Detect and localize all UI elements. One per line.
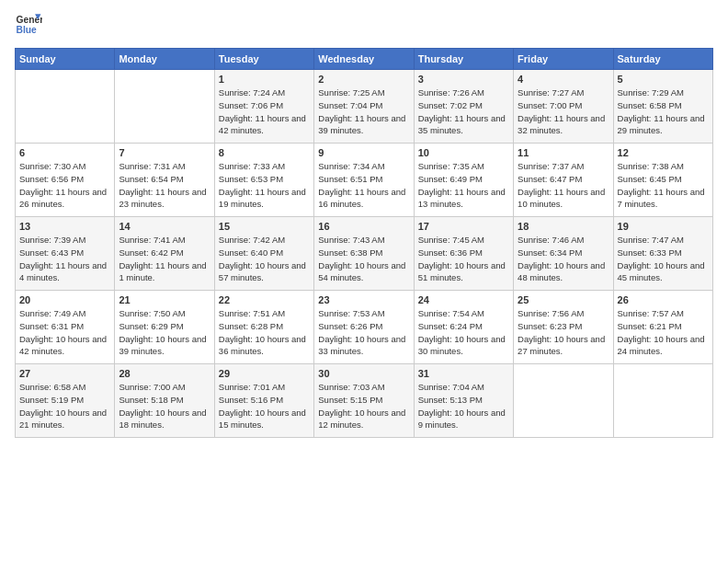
day-number: 25	[518, 294, 609, 305]
calendar-cell	[613, 364, 712, 438]
day-header: Friday	[514, 49, 613, 70]
calendar-cell: 26Sunrise: 7:57 AM Sunset: 6:21 PM Dayli…	[613, 291, 712, 364]
logo: General Blue	[15, 11, 42, 39]
day-number: 19	[618, 221, 709, 232]
calendar-cell: 31Sunrise: 7:04 AM Sunset: 5:13 PM Dayli…	[414, 364, 513, 438]
calendar-cell: 18Sunrise: 7:46 AM Sunset: 6:34 PM Dayli…	[514, 217, 613, 291]
day-number: 28	[119, 368, 210, 379]
day-number: 4	[518, 74, 609, 85]
calendar-cell: 2Sunrise: 7:25 AM Sunset: 7:04 PM Daylig…	[314, 70, 414, 144]
day-info: Sunrise: 7:27 AM Sunset: 7:00 PM Dayligh…	[518, 86, 609, 137]
day-header: Thursday	[414, 49, 513, 70]
day-info: Sunrise: 7:04 AM Sunset: 5:13 PM Dayligh…	[418, 381, 509, 431]
day-info: Sunrise: 7:50 AM Sunset: 6:29 PM Dayligh…	[119, 307, 210, 358]
day-info: Sunrise: 7:45 AM Sunset: 6:36 PM Dayligh…	[418, 234, 509, 284]
day-info: Sunrise: 7:42 AM Sunset: 6:40 PM Dayligh…	[219, 234, 310, 284]
day-number: 17	[418, 221, 509, 232]
calendar-cell: 25Sunrise: 7:56 AM Sunset: 6:23 PM Dayli…	[514, 291, 613, 364]
calendar-week-row: 1Sunrise: 7:24 AM Sunset: 7:06 PM Daylig…	[16, 70, 713, 144]
day-number: 12	[618, 147, 709, 158]
day-number: 14	[119, 221, 210, 232]
calendar-cell: 7Sunrise: 7:31 AM Sunset: 6:54 PM Daylig…	[115, 144, 214, 217]
day-info: Sunrise: 6:58 AM Sunset: 5:19 PM Dayligh…	[19, 381, 110, 431]
day-number: 1	[219, 74, 310, 85]
day-number: 3	[418, 74, 509, 85]
day-info: Sunrise: 7:46 AM Sunset: 6:34 PM Dayligh…	[518, 234, 609, 284]
day-number: 5	[618, 74, 709, 85]
day-info: Sunrise: 7:03 AM Sunset: 5:15 PM Dayligh…	[318, 381, 409, 431]
calendar-cell	[514, 364, 613, 438]
calendar-cell: 28Sunrise: 7:00 AM Sunset: 5:18 PM Dayli…	[115, 364, 214, 438]
calendar-week-row: 13Sunrise: 7:39 AM Sunset: 6:43 PM Dayli…	[16, 217, 713, 291]
page: General Blue SundayMondayTuesdayWednesda…	[0, 0, 728, 449]
calendar-cell: 4Sunrise: 7:27 AM Sunset: 7:00 PM Daylig…	[514, 70, 613, 144]
day-number: 15	[219, 221, 310, 232]
day-number: 11	[518, 147, 609, 158]
day-number: 24	[418, 294, 509, 305]
day-info: Sunrise: 7:38 AM Sunset: 6:45 PM Dayligh…	[618, 160, 709, 211]
day-header: Saturday	[613, 49, 712, 70]
day-number: 27	[19, 368, 110, 379]
calendar-cell: 24Sunrise: 7:54 AM Sunset: 6:24 PM Dayli…	[414, 291, 513, 364]
calendar-cell: 15Sunrise: 7:42 AM Sunset: 6:40 PM Dayli…	[214, 217, 313, 291]
calendar-cell: 23Sunrise: 7:53 AM Sunset: 6:26 PM Dayli…	[314, 291, 414, 364]
calendar-cell: 6Sunrise: 7:30 AM Sunset: 6:56 PM Daylig…	[16, 144, 115, 217]
day-info: Sunrise: 7:47 AM Sunset: 6:33 PM Dayligh…	[618, 234, 709, 284]
day-number: 26	[618, 294, 709, 305]
day-info: Sunrise: 7:35 AM Sunset: 6:49 PM Dayligh…	[418, 160, 509, 211]
day-info: Sunrise: 7:53 AM Sunset: 6:26 PM Dayligh…	[318, 307, 409, 358]
day-number: 30	[318, 368, 409, 379]
calendar-cell: 19Sunrise: 7:47 AM Sunset: 6:33 PM Dayli…	[613, 217, 712, 291]
calendar-cell: 11Sunrise: 7:37 AM Sunset: 6:47 PM Dayli…	[514, 144, 613, 217]
day-info: Sunrise: 7:54 AM Sunset: 6:24 PM Dayligh…	[418, 307, 509, 358]
day-number: 21	[119, 294, 210, 305]
day-number: 9	[318, 147, 409, 158]
day-number: 10	[418, 147, 509, 158]
day-info: Sunrise: 7:01 AM Sunset: 5:16 PM Dayligh…	[219, 381, 310, 431]
day-info: Sunrise: 7:49 AM Sunset: 6:31 PM Dayligh…	[19, 307, 110, 358]
day-info: Sunrise: 7:24 AM Sunset: 7:06 PM Dayligh…	[219, 86, 310, 137]
calendar-cell: 3Sunrise: 7:26 AM Sunset: 7:02 PM Daylig…	[414, 70, 513, 144]
calendar-cell: 21Sunrise: 7:50 AM Sunset: 6:29 PM Dayli…	[115, 291, 214, 364]
day-info: Sunrise: 7:51 AM Sunset: 6:28 PM Dayligh…	[219, 307, 310, 358]
calendar-week-row: 20Sunrise: 7:49 AM Sunset: 6:31 PM Dayli…	[16, 291, 713, 364]
calendar-cell: 8Sunrise: 7:33 AM Sunset: 6:53 PM Daylig…	[214, 144, 313, 217]
calendar-cell: 10Sunrise: 7:35 AM Sunset: 6:49 PM Dayli…	[414, 144, 513, 217]
calendar-cell: 22Sunrise: 7:51 AM Sunset: 6:28 PM Dayli…	[214, 291, 313, 364]
day-number: 23	[318, 294, 409, 305]
day-number: 13	[19, 221, 110, 232]
calendar-cell: 17Sunrise: 7:45 AM Sunset: 6:36 PM Dayli…	[414, 217, 513, 291]
calendar-cell	[115, 70, 214, 144]
calendar-cell: 5Sunrise: 7:29 AM Sunset: 6:58 PM Daylig…	[613, 70, 712, 144]
day-info: Sunrise: 7:37 AM Sunset: 6:47 PM Dayligh…	[518, 160, 609, 211]
day-info: Sunrise: 7:34 AM Sunset: 6:51 PM Dayligh…	[318, 160, 409, 211]
day-number: 20	[19, 294, 110, 305]
day-info: Sunrise: 7:31 AM Sunset: 6:54 PM Dayligh…	[119, 160, 210, 211]
header: General Blue	[15, 11, 713, 39]
day-info: Sunrise: 7:25 AM Sunset: 7:04 PM Dayligh…	[318, 86, 409, 137]
day-info: Sunrise: 7:33 AM Sunset: 6:53 PM Dayligh…	[219, 160, 310, 211]
day-header: Sunday	[16, 49, 115, 70]
calendar-cell: 29Sunrise: 7:01 AM Sunset: 5:16 PM Dayli…	[214, 364, 313, 438]
day-header: Tuesday	[214, 49, 313, 70]
calendar-table: SundayMondayTuesdayWednesdayThursdayFrid…	[15, 48, 713, 438]
day-number: 8	[219, 147, 310, 158]
day-info: Sunrise: 7:39 AM Sunset: 6:43 PM Dayligh…	[19, 234, 110, 284]
day-info: Sunrise: 7:43 AM Sunset: 6:38 PM Dayligh…	[318, 234, 409, 284]
calendar-cell: 13Sunrise: 7:39 AM Sunset: 6:43 PM Dayli…	[16, 217, 115, 291]
day-number: 22	[219, 294, 310, 305]
day-info: Sunrise: 7:26 AM Sunset: 7:02 PM Dayligh…	[418, 86, 509, 137]
day-number: 6	[19, 147, 110, 158]
calendar-week-row: 27Sunrise: 6:58 AM Sunset: 5:19 PM Dayli…	[16, 364, 713, 438]
calendar-cell: 16Sunrise: 7:43 AM Sunset: 6:38 PM Dayli…	[314, 217, 414, 291]
day-info: Sunrise: 7:30 AM Sunset: 6:56 PM Dayligh…	[19, 160, 110, 211]
day-info: Sunrise: 7:57 AM Sunset: 6:21 PM Dayligh…	[618, 307, 709, 358]
day-header: Wednesday	[314, 49, 414, 70]
calendar-cell: 1Sunrise: 7:24 AM Sunset: 7:06 PM Daylig…	[214, 70, 313, 144]
day-info: Sunrise: 7:41 AM Sunset: 6:42 PM Dayligh…	[119, 234, 210, 284]
day-number: 7	[119, 147, 210, 158]
day-header: Monday	[115, 49, 214, 70]
day-info: Sunrise: 7:29 AM Sunset: 6:58 PM Dayligh…	[618, 86, 709, 137]
day-number: 29	[219, 368, 310, 379]
day-number: 16	[318, 221, 409, 232]
